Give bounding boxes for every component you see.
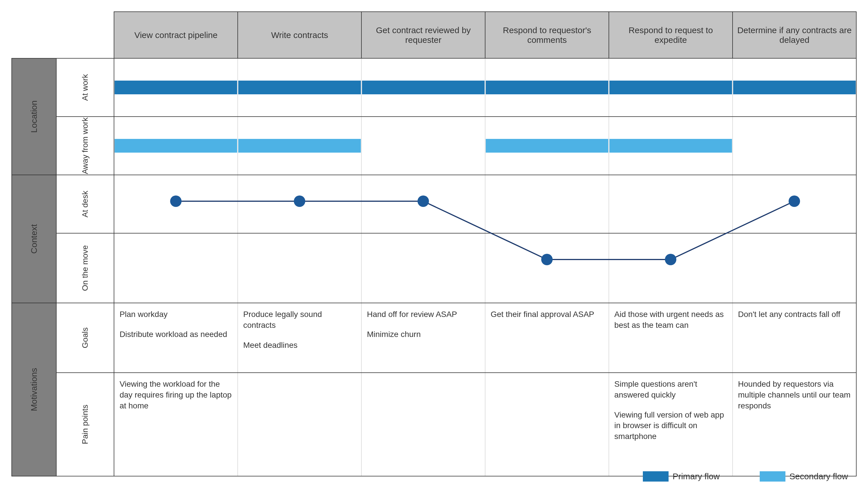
flow-bar-secondary	[609, 139, 732, 153]
cell-text: Viewing full version of web app in brows…	[614, 410, 727, 442]
rowhdr-label: Pain points	[81, 405, 90, 445]
cell-text: Simple questions aren't answered quickly	[614, 379, 727, 401]
loc-cell	[485, 58, 609, 116]
legend-swatch-primary	[643, 471, 669, 481]
loc-cell	[114, 116, 238, 175]
legend-swatch-secondary	[760, 471, 785, 481]
cell-text: Hand off for review ASAP	[367, 309, 480, 320]
goals-cell: Hand off for review ASAP Minimize churn	[361, 303, 485, 373]
pain-cell: Hounded by requestors via multiple chann…	[733, 373, 856, 476]
row-on-move: On the move	[12, 233, 856, 303]
rowhdr-on-move: On the move	[56, 233, 114, 303]
section-label: Context	[29, 224, 39, 254]
rowhdr-label: Goals	[81, 327, 90, 348]
legend: Primary flow Secondary flow	[643, 471, 848, 481]
rowhdr-label: At work	[81, 74, 90, 101]
col-header-label: Respond to request to expedite	[628, 25, 713, 45]
row-goals: Motivations Goals Plan workday Distribut…	[12, 303, 856, 373]
ctx-cell	[238, 175, 361, 233]
col-header: Get contract reviewed by requester	[361, 12, 485, 58]
loc-cell	[238, 58, 361, 116]
row-away-from-work: Away from work	[12, 116, 856, 175]
ctx-cell	[609, 175, 733, 233]
cell-text: Get their final approval ASAP	[491, 309, 603, 320]
loc-cell	[361, 58, 485, 116]
rowhdr-at-work: At work	[56, 58, 114, 116]
ctx-cell	[609, 233, 733, 303]
col-header: Respond to request to expedite	[609, 12, 733, 58]
col-header: Determine if any contracts are delayed	[733, 12, 856, 58]
loc-cell	[114, 58, 238, 116]
ctx-cell	[114, 175, 238, 233]
pain-cell: Viewing the workload for the day require…	[114, 373, 238, 476]
col-header-label: View contract pipeline	[134, 30, 218, 40]
loc-cell	[733, 58, 856, 116]
rowhdr-label: At desk	[81, 191, 90, 217]
row-at-work: Location At work	[12, 58, 856, 116]
loc-cell	[361, 116, 485, 175]
legend-label: Secondary flow	[789, 472, 848, 481]
rowhdr-away: Away from work	[56, 116, 114, 175]
ctx-cell	[114, 233, 238, 303]
rowhdr-goals: Goals	[56, 303, 114, 373]
pain-cell	[485, 373, 609, 476]
flow-bar-primary	[486, 81, 608, 94]
col-header-label: Respond to requestor's comments	[503, 25, 591, 45]
ctx-cell	[733, 175, 856, 233]
goals-cell: Don't let any contracts fall off	[733, 303, 856, 373]
goals-cell: Aid those with urgent needs as best as t…	[609, 303, 733, 373]
loc-cell	[238, 116, 361, 175]
pain-cell: Simple questions aren't answered quickly…	[609, 373, 733, 476]
ctx-cell	[238, 233, 361, 303]
loc-cell	[609, 116, 733, 175]
ctx-cell	[485, 175, 609, 233]
legend-label: Primary flow	[672, 472, 720, 481]
ctx-cell	[361, 233, 485, 303]
cell-text: Minimize churn	[367, 329, 480, 340]
goals-cell: Produce legally sound contracts Meet dea…	[238, 303, 361, 373]
rowhdr-at-desk: At desk	[56, 175, 114, 233]
loc-cell	[609, 58, 733, 116]
flow-bar-primary	[362, 81, 485, 94]
ctx-cell	[361, 175, 485, 233]
row-at-desk: Context At desk	[12, 175, 856, 233]
cell-text: Don't let any contracts fall off	[738, 309, 851, 320]
corner-spacer	[12, 12, 114, 58]
flow-bar-primary	[115, 81, 237, 94]
flow-bar-primary	[238, 81, 361, 94]
cell-text: Hounded by requestors via multiple chann…	[738, 379, 851, 411]
cell-text: Produce legally sound contracts	[243, 309, 356, 331]
goals-cell: Plan workday Distribute workload as need…	[114, 303, 238, 373]
flow-bar-secondary	[238, 139, 361, 153]
rowhdr-label: On the move	[81, 245, 90, 291]
section-label: Motivations	[29, 368, 39, 411]
rowhdr-label: Away from work	[81, 117, 90, 174]
col-header-label: Determine if any contracts are delayed	[737, 25, 851, 45]
legend-secondary: Secondary flow	[760, 471, 848, 481]
pain-cell	[238, 373, 361, 476]
header-row: View contract pipeline Write contracts G…	[12, 12, 856, 58]
pain-cell	[361, 373, 485, 476]
col-header: View contract pipeline	[114, 12, 238, 58]
loc-cell	[733, 116, 856, 175]
section-context: Context	[12, 175, 56, 303]
cell-text: Plan workday	[119, 309, 232, 320]
cell-text: Distribute workload as needed	[119, 329, 232, 340]
col-header-label: Write contracts	[271, 30, 328, 40]
col-header-label: Get contract reviewed by requester	[376, 25, 471, 45]
goals-cell: Get their final approval ASAP	[485, 303, 609, 373]
legend-primary: Primary flow	[643, 471, 720, 481]
flow-bar-secondary	[486, 139, 608, 153]
cell-text: Meet deadlines	[243, 340, 356, 351]
ctx-cell	[733, 233, 856, 303]
col-header: Respond to requestor's comments	[485, 12, 609, 58]
section-label: Location	[29, 100, 39, 133]
cell-text: Aid those with urgent needs as best as t…	[614, 309, 727, 331]
loc-cell	[485, 116, 609, 175]
section-location: Location	[12, 58, 56, 175]
row-pain-points: Pain points Viewing the workload for the…	[12, 373, 856, 476]
cell-text: Viewing the workload for the day require…	[119, 379, 232, 411]
section-motivations: Motivations	[12, 303, 56, 476]
flow-bar-primary	[733, 81, 856, 94]
flow-bar-secondary	[115, 139, 237, 153]
